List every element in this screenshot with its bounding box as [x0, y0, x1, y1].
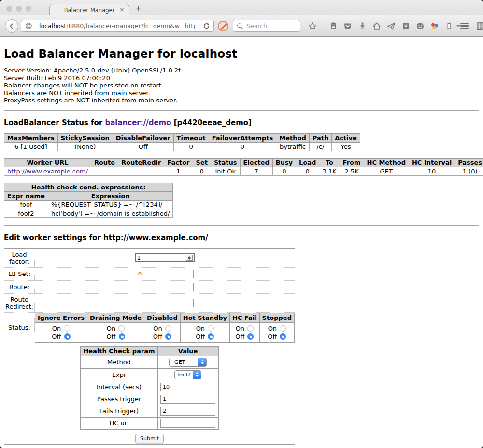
- cell-to: 3.1K: [319, 167, 340, 175]
- close-window-button[interactable]: [6, 6, 12, 12]
- heading-suffix: [p4420eeae_demo]: [171, 118, 252, 127]
- hc-method-select[interactable]: GET: [169, 358, 207, 367]
- draining-mode-on-radio[interactable]: [118, 325, 125, 332]
- extension-icon[interactable]: [476, 22, 483, 30]
- hc-fail-on-radio[interactable]: [247, 325, 254, 332]
- hc-uri-input[interactable]: [160, 419, 215, 428]
- col-route: Route: [91, 158, 118, 167]
- table-title-row: Health check cond. expressions:: [4, 183, 173, 191]
- radio-off-label: Off: [106, 333, 115, 340]
- tab-balancer-manager[interactable]: Balancer Manager ×: [49, 4, 129, 15]
- cell-load: 0: [296, 167, 319, 175]
- worker-url-link[interactable]: http://www.example.com/: [7, 168, 88, 175]
- download-icon[interactable]: [358, 22, 367, 30]
- block-icon[interactable]: [218, 21, 228, 31]
- url-bar[interactable]: localhost:8880/balancer-manager?b=demo&w…: [21, 20, 214, 32]
- col-elected: Elected: [240, 158, 272, 167]
- col-factor: Factor: [164, 158, 193, 167]
- hot-standby-on-radio[interactable]: [208, 325, 214, 332]
- cell-factor: 1: [164, 167, 193, 175]
- new-tab-button[interactable]: +: [135, 3, 142, 13]
- table-row: 6 [1 Used] (None) Off 0 0 bytraffic /c/ …: [4, 142, 360, 151]
- cell-maxmembers: 6 [1 Used]: [4, 142, 58, 151]
- col-to: To: [319, 158, 340, 167]
- minimize-window-button[interactable]: [16, 6, 22, 12]
- stopped-on-radio[interactable]: [280, 325, 286, 332]
- edit-worker-heading: Edit worker settings for http://www.exam…: [4, 233, 479, 242]
- radio-on-label: On: [52, 325, 61, 332]
- form-row-submit: Submit: [4, 433, 295, 444]
- disabled-on-radio[interactable]: [165, 325, 171, 332]
- table-header-row: Expr name Expression: [4, 191, 173, 200]
- search-bar[interactable]: Search: [233, 20, 300, 32]
- cell-set: 0: [193, 167, 211, 175]
- hot-standby-off-radio[interactable]: [208, 333, 214, 340]
- hc-method-value: GET: [170, 358, 190, 366]
- cell-passes: 1 (0): [455, 167, 483, 175]
- bookmark-star-icon[interactable]: [308, 22, 317, 30]
- url-text[interactable]: localhost:8880/balancer-manager?b=demo&w…: [39, 22, 196, 29]
- hc-interval-input[interactable]: [160, 383, 215, 391]
- menu-icon[interactable]: [460, 23, 469, 29]
- hc-expressions-table: Health check cond. expressions: Expr nam…: [4, 183, 173, 218]
- stopped-off-radio[interactable]: [280, 333, 286, 340]
- back-button[interactable]: [5, 19, 18, 33]
- reading-list-icon[interactable]: [329, 22, 338, 30]
- device-icon[interactable]: [445, 22, 454, 30]
- hc-param-table: Health Check param Value Method GET: [80, 346, 218, 430]
- balancers-note-line: Balancers are NOT inherited from main se…: [4, 89, 479, 97]
- heading-prefix: LoadBalancer Status for: [4, 118, 105, 127]
- cell-expr-name: foof: [4, 200, 48, 209]
- col-stopped: Stopped: [259, 313, 294, 322]
- status-label: Status:: [4, 312, 35, 343]
- toolbar-divider: [323, 22, 323, 30]
- ignore-errors-off-radio[interactable]: [64, 333, 71, 340]
- hc-fails-input[interactable]: [160, 407, 215, 416]
- chevron-down-icon[interactable]: [456, 25, 460, 27]
- send-tab-icon[interactable]: [387, 22, 396, 30]
- pocket-icon[interactable]: [343, 22, 352, 30]
- cell-failoverattempts: 0: [209, 142, 276, 151]
- load-factor-input[interactable]: 1: [135, 253, 195, 262]
- disabled-off-radio[interactable]: [165, 333, 171, 340]
- tab-title: Balancer Manager: [64, 7, 115, 14]
- number-spinner-icon[interactable]: [186, 255, 193, 261]
- edit-worker-form: Load factor: 1 LB Set: Route: Route Redi…: [4, 248, 295, 445]
- tab-close-icon[interactable]: ×: [119, 6, 125, 14]
- save-page-icon[interactable]: [401, 22, 410, 30]
- hello-dots-icon[interactable]: [430, 22, 439, 30]
- lb-set-input[interactable]: [136, 270, 194, 278]
- col-maxmembers: MaxMembers: [4, 133, 58, 142]
- hc-expr-select[interactable]: foof2: [174, 370, 201, 379]
- status-table: Ignore Errors Draining Mode Disabled Hot…: [35, 313, 295, 343]
- ignore-errors-on-radio[interactable]: [64, 325, 70, 332]
- route-redirect-input[interactable]: [136, 299, 194, 307]
- hc-expr-value: foof2: [175, 371, 193, 379]
- route-input[interactable]: [136, 283, 194, 291]
- form-row-load-factor: Load factor: 1: [4, 248, 295, 267]
- hc-fail-off-radio[interactable]: [247, 333, 254, 340]
- hc-passes-input[interactable]: [160, 395, 215, 404]
- table-header-row: Worker URL Route RouteRedir Factor Set S…: [4, 158, 483, 167]
- hc-header-row: Health Check param Value: [81, 346, 218, 356]
- url-divider2: [199, 22, 199, 30]
- submit-button[interactable]: Submit: [135, 434, 164, 443]
- balancer-demo-link[interactable]: balancer://demo: [105, 118, 171, 127]
- status-header-row: Ignore Errors Draining Mode Disabled Hot…: [35, 313, 295, 322]
- hc-row-fails: Fails trigger): [81, 405, 218, 417]
- col-expr-name: Expr name: [4, 191, 48, 200]
- cell-active: Yes: [332, 142, 360, 151]
- draining-mode-off-radio[interactable]: [119, 333, 125, 340]
- reload-icon[interactable]: [202, 22, 211, 30]
- home-icon[interactable]: [372, 22, 381, 30]
- radio-off-label: Off: [268, 333, 277, 340]
- zoom-window-button[interactable]: [26, 6, 31, 12]
- cell-expression: hc('body') =~ /domain is established/: [48, 209, 173, 217]
- forget-smiley-icon[interactable]: [416, 22, 425, 30]
- url-host: localhost: [39, 22, 66, 29]
- hc-row-method: Method GET: [81, 356, 218, 368]
- col-active: Active: [332, 133, 360, 142]
- window-controls[interactable]: [6, 6, 31, 12]
- back-icon: [8, 22, 15, 30]
- cell-stickysession: (None): [57, 142, 113, 151]
